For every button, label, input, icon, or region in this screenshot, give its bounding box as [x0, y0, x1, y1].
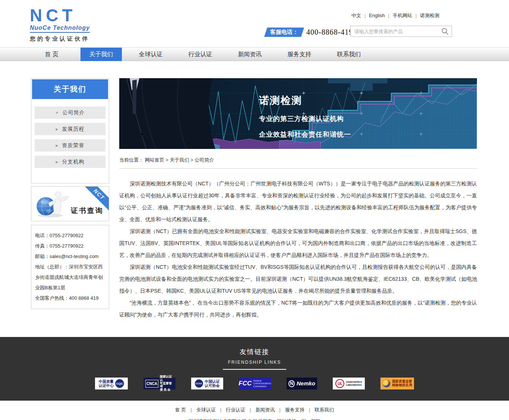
- chevron-right-icon: ▶: [56, 160, 59, 164]
- nav-item-4[interactable]: 新闻资讯: [229, 48, 271, 61]
- partner-logo-cnca[interactable]: CNCA国家认证认可监督管理委 员 会: [143, 378, 176, 389]
- friendship-subtitle: FRIENDSHIP LINKS: [0, 360, 509, 365]
- partner-logo-ul[interactable]: ULUnderwritersLaboratories: [333, 378, 365, 389]
- nav-item-3[interactable]: 行业认证: [180, 48, 221, 61]
- top-link-1[interactable]: English: [369, 13, 385, 18]
- footer-link-4[interactable]: 服务支持: [285, 407, 304, 413]
- logo-text-line: Underwriters: [346, 381, 362, 384]
- friendship-section: 友情链接 FRIENDSHIP LINKS CQC中国质量认证中心CNCA国家认…: [0, 337, 509, 401]
- top-link-3[interactable]: 诺测检测: [420, 13, 439, 18]
- contact-line-0: 电话：0755-27790922: [35, 230, 105, 241]
- cqc-logo-mark: CQC: [115, 379, 124, 388]
- aqsiq-logo-text: 国家质量监督检验检疫总局: [392, 380, 412, 387]
- partner-logo-fcc[interactable]: FCCFederalCommunicationsCommission: [239, 378, 271, 389]
- logo-text-line: Laboratories: [346, 384, 362, 386]
- breadcrumb-item-2: 公司简介: [195, 157, 214, 163]
- top-link-2[interactable]: 手机网站: [393, 13, 412, 18]
- fcc-logo-mark: FCC: [238, 380, 252, 387]
- partner-logo-aqsiq[interactable]: 国家质量监督检验检疫总局: [380, 378, 414, 389]
- footer-link-5[interactable]: 联系我们: [314, 407, 334, 413]
- service-phone-badge: 客服电话：: [264, 28, 304, 37]
- banner-subtitle-1: 专业的第三方检测认证机构: [259, 114, 351, 123]
- search-input[interactable]: [351, 29, 438, 34]
- logo-text-line: 中国质量: [99, 379, 114, 384]
- logo-text: NCT: [30, 7, 116, 24]
- partner-logo-nemko[interactable]: NNemko: [287, 378, 317, 389]
- site-logo[interactable]: NCT NuoCe Technology 您的专业认证伙伴: [30, 7, 116, 42]
- logo-tagline: 您的专业认证伙伴: [30, 35, 116, 42]
- sidebar: 关于我们 ▼公司简介▶发展历程▶资质荣誉▶分支机构: [31, 78, 109, 309]
- nav-item-1[interactable]: 关于我们: [80, 48, 122, 61]
- footer-link-2[interactable]: 行业认证: [226, 407, 245, 413]
- cnca-logo-text: 国家认证认可监督管理委 员 会: [160, 375, 174, 392]
- logo-text-line: 认可协会: [205, 384, 220, 388]
- friendship-divider: [223, 369, 286, 370]
- contact-box: 电话：0755-27790922传真：0755-27790922邮箱：sales…: [31, 225, 109, 309]
- ul-logo-text: UnderwritersLaboratories: [346, 381, 362, 386]
- breadcrumb-item-1[interactable]: 关于我们: [170, 157, 189, 163]
- sidebar-item-2[interactable]: ▶资质荣誉: [35, 139, 105, 152]
- cnca-logo-mark: CNCA: [145, 380, 158, 388]
- footer-link-3[interactable]: 新闻资讯: [256, 407, 275, 413]
- contact-line-3: 地址（总部）：深圳市宝安区西乡街道固戍航城大道绵商青年创业园B栋第1层: [35, 262, 105, 293]
- service-phone-label: 客服电话：: [270, 29, 298, 36]
- main-nav: 首 页关于我们全球认证行业认证新闻资讯服务支持联系我们: [31, 48, 478, 61]
- separator: |: [275, 407, 285, 413]
- separator: |: [186, 407, 196, 413]
- partner-logo-cqc[interactable]: CQC中国质量认证中心: [95, 378, 128, 389]
- logo-text-line: 可监督管理: [160, 382, 174, 389]
- sidebar-menu: ▼公司简介▶发展历程▶资质荣誉▶分支机构: [32, 99, 108, 183]
- service-phone-number: 400-8868-419: [306, 28, 353, 36]
- aqsiq-logo-mark: [382, 379, 391, 388]
- paragraph-0: 深圳诺测检测技术有限公司（NCT）（广州分公司：广州世测电子科技有限公司（WTS…: [119, 178, 477, 225]
- separator: |: [412, 13, 420, 18]
- nct-ribbon-text: NCT: [92, 188, 106, 201]
- hero-banner: 诺测检测 专业的第三方检测认证机构 企业效益和社会责任和谐统一: [119, 78, 477, 149]
- copyright: 深圳诺测检测技术有限公司 © 版权所有 网站建设：深一互联: [0, 418, 509, 420]
- sidebar-item-0[interactable]: ▼公司简介: [35, 106, 105, 119]
- separator: |: [385, 13, 393, 18]
- about-menu-box: 关于我们 ▼公司简介▶发展历程▶资质荣誉▶分支机构: [31, 78, 109, 184]
- search-button[interactable]: [438, 26, 452, 36]
- banner-text: 诺测检测 专业的第三方检测认证机构 企业效益和社会责任和谐统一: [259, 94, 351, 139]
- logo-text-line: 中国认证: [205, 379, 220, 384]
- nav-item-2[interactable]: 全球认证: [130, 48, 171, 61]
- partner-logo-ccaa[interactable]: CCAA中国认证认可协会: [191, 378, 223, 389]
- nav-item-6[interactable]: 联系我们: [328, 48, 370, 61]
- certificate-query-banner[interactable]: 证书查询 NCT: [31, 186, 109, 221]
- sidebar-item-3[interactable]: ▶分支机构: [35, 156, 105, 168]
- ccaa-logo-text: 中国认证认可协会: [205, 379, 220, 388]
- banner-title: 诺测检测: [259, 94, 351, 107]
- main-content: 关于我们 ▼公司简介▶发展历程▶资质荣誉▶分支机构: [31, 78, 478, 337]
- footer-link-1[interactable]: 全球认证: [196, 407, 216, 413]
- chevron-down-icon: ▼: [56, 111, 59, 115]
- friendship-title: 友情链接: [0, 347, 509, 356]
- chevron-right-icon: ▶: [56, 127, 59, 131]
- nemko-logo-text: Nemko: [297, 381, 315, 387]
- service-phone-row: 客服电话： 400-8868-419: [266, 28, 353, 37]
- main-nav-bar: 首 页关于我们全球认证行业认证新闻资讯服务支持联系我们: [0, 47, 509, 61]
- ul-logo-mark: UL: [335, 379, 344, 388]
- certificate-query-label: 证书查询: [71, 206, 104, 216]
- nav-item-0[interactable]: 首 页: [31, 48, 72, 61]
- paragraph-1: 深圳诺测（NCT）已拥有全面的电池安全和性能测试实验室、电器安全实验室和电磁兼容…: [119, 225, 477, 261]
- page-header: NCT NuoCe Technology 您的专业认证伙伴 中文|English…: [0, 0, 509, 47]
- nemko-logo-mark: N: [288, 380, 295, 387]
- footer-link-0[interactable]: 首 页: [175, 407, 186, 413]
- breadcrumb-item-0[interactable]: 网站首页: [145, 157, 164, 163]
- chevron-right-icon: ▶: [56, 144, 59, 147]
- nav-item-5[interactable]: 服务支持: [279, 48, 320, 61]
- top-link-0[interactable]: 中文: [351, 13, 361, 18]
- globe-figure-illustration: [34, 189, 75, 219]
- footer-links: 首 页|全球认证|行业认证|新闻资讯|服务支持|联系我们: [0, 407, 509, 413]
- contact-line-2: 邮箱：sales@nct-testing.com: [35, 251, 105, 262]
- sidebar-title: 关于我们: [32, 79, 108, 99]
- logo-text-line: 认证中心: [99, 384, 114, 388]
- logo-text-line: 委 员 会: [160, 388, 174, 392]
- sidebar-item-1[interactable]: ▶发展历程: [35, 123, 105, 135]
- top-links: 中文|English|手机网站|诺测检测: [351, 12, 439, 19]
- sidebar-item-label: 资质荣誉: [62, 142, 84, 149]
- separator: |: [216, 407, 226, 413]
- ccaa-logo-mark: CCAA: [195, 379, 203, 388]
- cqc-logo-text: 中国质量认证中心: [99, 379, 114, 388]
